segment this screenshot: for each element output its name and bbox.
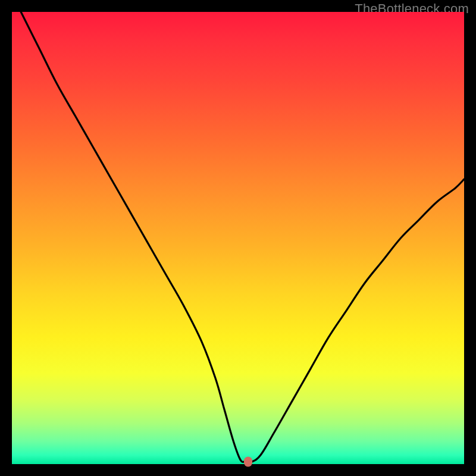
plot-area xyxy=(12,12,464,464)
bottleneck-curve xyxy=(12,12,464,464)
chart-frame: TheBottleneck.com xyxy=(0,0,476,476)
minimum-marker xyxy=(244,457,252,467)
